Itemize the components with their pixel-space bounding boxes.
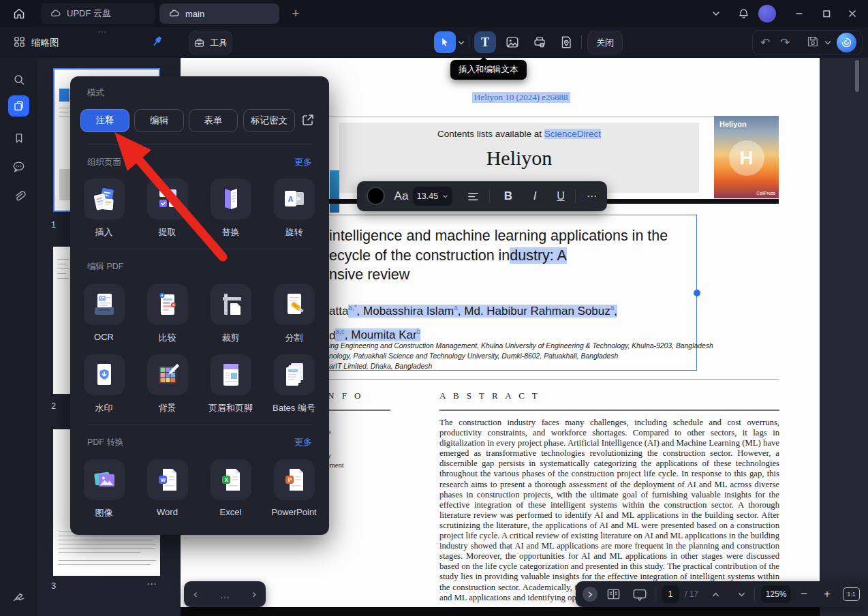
sidebar-item-comments[interactable] [8, 156, 29, 177]
link-tool[interactable] [555, 31, 577, 53]
sidebar-item-signature[interactable] [8, 586, 29, 607]
close-tools-button[interactable]: 关闭 [587, 31, 623, 55]
replace-pages-icon [216, 184, 246, 214]
organize-section-label: 组织页面 [87, 157, 121, 168]
save-options-chevron[interactable] [824, 37, 832, 50]
chevron-down-icon [824, 39, 832, 47]
popup-item-split[interactable]: 分割 [262, 284, 326, 344]
edit-box-handle[interactable] [694, 290, 700, 296]
paper-title: intelligence and machine learning applic… [329, 226, 668, 285]
popup-item-header-footer[interactable]: 页眉和页脚 [199, 354, 262, 414]
zoom-level-input[interactable]: 125% [761, 585, 791, 603]
popup-item-to-excel[interactable]: X Excel [199, 459, 262, 517]
thumbnail-prev-button[interactable]: ‹ [193, 587, 198, 601]
mode-redact-button[interactable]: 标记密文 [243, 109, 295, 132]
next-page-button[interactable] [731, 581, 751, 607]
popup-item-to-image[interactable]: 图像 [72, 459, 136, 519]
sidebar-item-attachments[interactable] [8, 185, 29, 206]
bold-button[interactable]: B [496, 181, 521, 211]
more-format-options-button[interactable]: ⋯ [580, 181, 604, 211]
sidebar-item-thumbnails[interactable] [8, 95, 29, 117]
thumbnail-more-button[interactable]: … [220, 589, 230, 600]
slideshow-button[interactable] [627, 581, 652, 607]
text-edit-box[interactable]: intelligence and machine learning applic… [325, 215, 697, 371]
image-tool[interactable] [501, 31, 523, 53]
tab-main[interactable]: main [159, 3, 279, 24]
print-tool[interactable] [529, 31, 551, 53]
user-avatar[interactable] [758, 5, 776, 22]
popup-item-rotate[interactable]: A 旋转 [262, 179, 326, 238]
journal-logo-sliver [330, 170, 339, 213]
font-size-select[interactable]: 13.45 [413, 187, 452, 206]
tab-label: UPDF 云盘 [67, 7, 111, 20]
save-button[interactable] [806, 35, 820, 51]
undo-button[interactable]: ↶ [756, 33, 774, 51]
vertical-scrollbar[interactable] [855, 60, 859, 92]
svg-text:W: W [160, 477, 166, 483]
mode-form-button[interactable]: 表单 [189, 109, 238, 132]
new-tab-button[interactable]: + [286, 4, 305, 23]
pin-panel-button[interactable] [151, 35, 165, 49]
bell-icon [738, 8, 749, 20]
collapse-bar-button[interactable] [581, 581, 599, 607]
page-number-input[interactable]: 1 [662, 585, 679, 603]
mode-annotate-button[interactable]: 注释 [80, 109, 129, 132]
previous-page-button[interactable] [705, 581, 726, 607]
popup-item-insert[interactable]: 插入 [72, 179, 136, 238]
popup-item-background[interactable]: 背景 [136, 354, 199, 414]
paperclip-icon [12, 189, 26, 203]
open-in-new-button[interactable] [300, 112, 317, 129]
popup-item-crop[interactable]: 裁剪 [199, 284, 262, 344]
popup-item-to-powerpoint[interactable]: P PowerPoint [262, 459, 326, 517]
organize-more-link[interactable]: 更多 [294, 156, 312, 168]
thumbnail-3-menu[interactable]: ⋯ [146, 578, 157, 590]
popup-item-watermark[interactable]: 水印 [72, 354, 136, 414]
text-color-swatch[interactable] [367, 187, 385, 205]
panel-view-button[interactable] [11, 33, 27, 50]
popup-item-ocr[interactable]: Aa OCR [72, 284, 136, 342]
svg-text:00123: 00123 [288, 369, 298, 373]
convert-more-link[interactable]: 更多 [294, 436, 312, 448]
image-convert-icon [89, 465, 119, 495]
zoom-out-button[interactable]: − [794, 581, 814, 607]
panel-drag-handle[interactable]: ⋯ [97, 26, 108, 37]
home-button[interactable] [8, 5, 30, 22]
tab-updf-cloud[interactable]: UPDF 云盘 [41, 3, 155, 24]
close-window-button[interactable] [843, 5, 861, 22]
italic-button[interactable]: I [523, 181, 547, 211]
pushpin-icon [151, 35, 164, 48]
minimize-button[interactable] [790, 5, 808, 22]
thumbnail-next-button[interactable]: › [252, 587, 256, 601]
popup-item-replace[interactable]: 替换 [199, 179, 262, 238]
redo-button[interactable]: ↷ [776, 33, 794, 51]
popup-item-compare[interactable]: 比较 [136, 284, 199, 344]
popup-item-bates[interactable]: 00123 Bates 编号 [262, 354, 326, 414]
sidebar-item-search[interactable] [8, 69, 29, 90]
align-button[interactable] [461, 181, 485, 211]
mode-edit-button[interactable]: 编辑 [134, 109, 184, 132]
select-tool[interactable] [434, 31, 456, 53]
sidebar-item-bookmarks[interactable] [8, 127, 29, 149]
font-family-button[interactable]: Aa [390, 181, 413, 211]
zoom-in-button[interactable]: + [817, 581, 837, 607]
sciencedirect-link[interactable]: ScienceDirect [544, 129, 601, 139]
word-icon: W [153, 465, 183, 495]
right-panel-strip [820, 58, 868, 616]
ai-assistant-button[interactable] [837, 33, 856, 52]
text-tool[interactable]: T [474, 31, 496, 53]
page-total: / 17 [681, 581, 702, 607]
powerpoint-icon: P [279, 465, 309, 495]
maximize-button[interactable] [818, 5, 835, 22]
notifications-button[interactable] [734, 5, 752, 22]
window-menu-chevron[interactable] [707, 5, 725, 22]
tools-button[interactable]: 工具 [189, 31, 232, 55]
select-tool-chevron[interactable] [457, 37, 465, 50]
popup-item-extract[interactable]: 提取 [136, 179, 199, 238]
reading-view-button[interactable] [602, 581, 625, 607]
running-head: Heliyon 10 (2024) e26888 [472, 92, 570, 103]
underline-button[interactable]: U [548, 181, 573, 211]
page-number-3: 3 [51, 581, 56, 591]
tools-popup-menu: 模式 注释 编辑 表单 标记密文 组织页面 更多 插入 提取 [70, 76, 329, 535]
actual-size-button[interactable]: 1:1 [843, 587, 860, 601]
popup-item-to-word[interactable]: W Word [136, 459, 199, 517]
